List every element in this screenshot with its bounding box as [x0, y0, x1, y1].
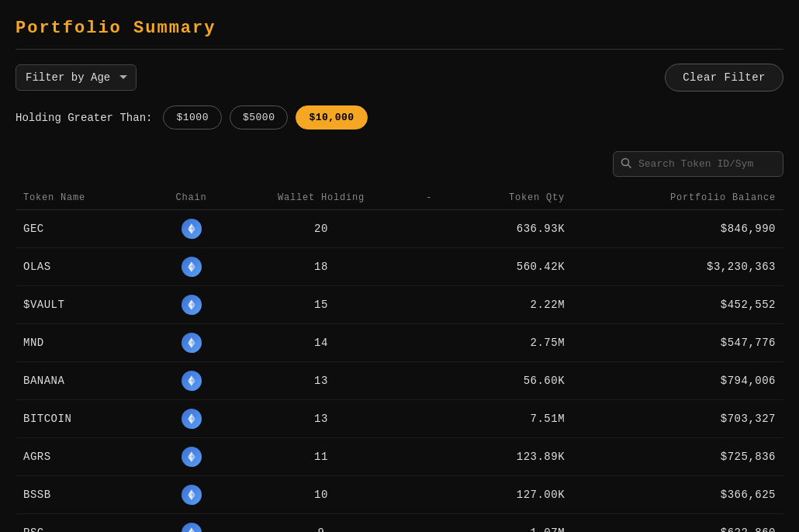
- svg-marker-41: [188, 457, 192, 461]
- chain-icon: [182, 523, 202, 532]
- cell-qty: 2.22M: [448, 286, 572, 324]
- cell-qty: 7.51M: [448, 400, 572, 438]
- svg-marker-29: [188, 381, 192, 385]
- cell-qty: 560.42K: [448, 248, 572, 286]
- cell-balance: $366,625: [572, 476, 783, 514]
- filter-age-select[interactable]: Filter by Age1 Day7 Days30 Days90 Days: [16, 64, 137, 91]
- cell-chain: [150, 438, 232, 476]
- cell-sort: [410, 248, 448, 286]
- cell-qty: 1.07M: [448, 514, 572, 533]
- table-row: MND 14 2.75M $547,776: [16, 324, 783, 362]
- col-token-qty: Token Qty: [448, 186, 572, 210]
- cell-chain: [150, 324, 232, 362]
- search-icon: [621, 157, 631, 171]
- col-token-name: Token Name: [16, 186, 150, 210]
- svg-marker-47: [188, 495, 192, 499]
- page-title: Portfolio Summary: [16, 19, 783, 50]
- chain-icon: [182, 485, 202, 505]
- svg-marker-35: [188, 419, 192, 423]
- cell-sort: [410, 438, 448, 476]
- cell-chain: [150, 286, 232, 324]
- cell-balance: $794,006: [572, 362, 783, 400]
- col-sort[interactable]: -: [410, 186, 448, 210]
- cell-chain: [150, 514, 232, 533]
- cell-token: BSSB: [16, 476, 150, 514]
- cell-chain: [150, 400, 232, 438]
- cell-sort: [410, 286, 448, 324]
- svg-marker-17: [188, 305, 192, 309]
- cell-qty: 2.75M: [448, 324, 572, 362]
- cell-sort: [410, 324, 448, 362]
- chain-icon: [182, 219, 202, 239]
- col-chain: Chain: [150, 186, 232, 210]
- holding-btn-10000[interactable]: $10,000: [296, 105, 367, 130]
- svg-line-1: [628, 164, 631, 168]
- cell-qty: 636.93K: [448, 210, 572, 248]
- chain-icon: [182, 333, 202, 353]
- search-wrapper: [613, 151, 783, 177]
- holding-btn-1000[interactable]: $1000: [163, 105, 222, 130]
- cell-sort: [410, 476, 448, 514]
- cell-sort: [410, 362, 448, 400]
- table-row: AGRS 11 123.89K $725,836: [16, 438, 783, 476]
- cell-wallet: 10: [232, 476, 410, 514]
- holding-filter-row: Holding Greater Than: $1000 $5000 $10,00…: [16, 105, 783, 130]
- table-row: BANANA 13 56.60K $794,006: [16, 362, 783, 400]
- clear-filter-button[interactable]: Clear Filter: [665, 64, 783, 92]
- cell-balance: $547,776: [572, 324, 783, 362]
- holding-label: Holding Greater Than:: [16, 112, 152, 124]
- svg-marker-34: [192, 419, 195, 423]
- cell-chain: [150, 210, 232, 248]
- cell-token: BITCOIN: [16, 400, 150, 438]
- svg-marker-4: [192, 229, 195, 233]
- search-input[interactable]: [613, 151, 783, 177]
- cell-qty: 127.00K: [448, 476, 572, 514]
- svg-marker-22: [192, 343, 195, 347]
- cell-token: BANANA: [16, 362, 150, 400]
- cell-token: RSC: [16, 514, 150, 533]
- cell-balance: $452,552: [572, 286, 783, 324]
- cell-token: $VAULT: [16, 286, 150, 324]
- table-row: $VAULT 15 2.22M $452,552: [16, 286, 783, 324]
- cell-wallet: 11: [232, 438, 410, 476]
- search-row: [16, 151, 783, 177]
- cell-token: AGRS: [16, 438, 150, 476]
- cell-wallet: 13: [232, 362, 410, 400]
- svg-marker-11: [188, 267, 192, 271]
- cell-chain: [150, 362, 232, 400]
- cell-token: OLAS: [16, 248, 150, 286]
- chain-icon: [182, 295, 202, 315]
- table-row: OLAS 18 560.42K $3,230,363: [16, 248, 783, 286]
- cell-chain: [150, 476, 232, 514]
- svg-marker-50: [192, 527, 195, 532]
- cell-wallet: 13: [232, 400, 410, 438]
- svg-marker-10: [192, 267, 195, 271]
- svg-marker-40: [192, 457, 195, 461]
- chain-icon: [182, 371, 202, 391]
- cell-token: GEC: [16, 210, 150, 248]
- table-row: BSSB 10 127.00K $366,625: [16, 476, 783, 514]
- cell-balance: $622,860: [572, 514, 783, 533]
- svg-marker-51: [188, 527, 192, 532]
- holding-btn-5000[interactable]: $5000: [230, 105, 289, 130]
- svg-marker-23: [188, 343, 192, 347]
- chain-icon: [182, 447, 202, 467]
- table-row: RSC 9 1.07M $622,860: [16, 514, 783, 533]
- cell-balance: $846,990: [572, 210, 783, 248]
- cell-sort: [410, 400, 448, 438]
- chain-icon: [182, 257, 202, 277]
- cell-qty: 123.89K: [448, 438, 572, 476]
- chain-icon: [182, 409, 202, 429]
- cell-qty: 56.60K: [448, 362, 572, 400]
- svg-marker-28: [192, 381, 195, 385]
- cell-balance: $3,230,363: [572, 248, 783, 286]
- cell-chain: [150, 248, 232, 286]
- portfolio-table: Token Name Chain Wallet Holding - Token …: [16, 186, 783, 532]
- table-row: BITCOIN 13 7.51M $703,327: [16, 400, 783, 438]
- svg-marker-5: [188, 229, 192, 233]
- cell-balance: $725,836: [572, 438, 783, 476]
- cell-sort: [410, 514, 448, 533]
- svg-marker-46: [192, 495, 195, 499]
- cell-wallet: 20: [232, 210, 410, 248]
- col-wallet-holding: Wallet Holding: [232, 186, 410, 210]
